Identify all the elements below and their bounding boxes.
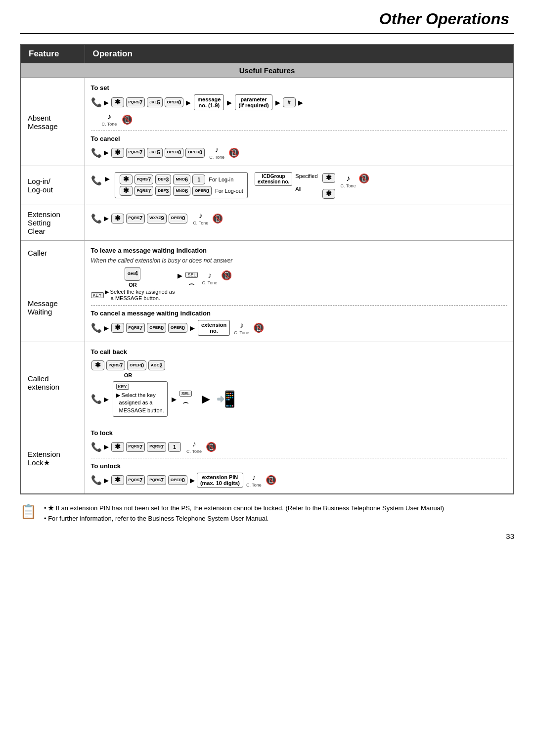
feature-extension-lock: ExtensionLock★ bbox=[20, 423, 85, 494]
star-note: If an extension PIN has not been set for… bbox=[56, 504, 444, 512]
feature-login-logout: Log-in/Log-out bbox=[20, 166, 85, 205]
further-note: For further information, refer to the Bu… bbox=[48, 515, 268, 522]
operation-called-extension: To call back ✱ PQRS7 OPER0 ABC2 OR 📞 bbox=[85, 342, 514, 423]
operation-login-logout: 📞 ▶ ✱ PQRS7 DEF3 MNO6 1 For Log-in ✱ bbox=[85, 166, 514, 205]
feature-extension-setting-clear: ExtensionSettingClear bbox=[20, 205, 85, 241]
footer-notes: 📋 • ★ If an extension PIN has not been s… bbox=[20, 503, 514, 524]
feature-header: Feature bbox=[20, 44, 85, 63]
feature-called-extension: Calledextension bbox=[20, 342, 85, 423]
operation-absent-message: To set 📞 ▶ ✱ PQRS7 JKL5 OPER0 ▶ messagen… bbox=[85, 78, 514, 166]
feature-absent-message: AbsentMessage bbox=[20, 78, 85, 166]
feature-message-waiting: Caller MessageWaiting bbox=[20, 241, 85, 342]
operation-extension-lock: To lock 📞 ▶ ✱ PQRS7 PQRS7 1 ♪ C. Tone 📵 … bbox=[85, 423, 514, 494]
page-number: 33 bbox=[20, 532, 514, 540]
operation-header: Operation bbox=[85, 44, 514, 63]
operation-message-waiting: To leave a message waiting indication Wh… bbox=[85, 241, 514, 342]
operation-extension-setting-clear: 📞 ▶ ✱ PQRS7 WXYZ9 OPER0 ♪ C. Tone 📵 bbox=[85, 205, 514, 241]
useful-features-label: Useful Features bbox=[20, 63, 514, 78]
page-title: Other Operations bbox=[20, 10, 514, 28]
